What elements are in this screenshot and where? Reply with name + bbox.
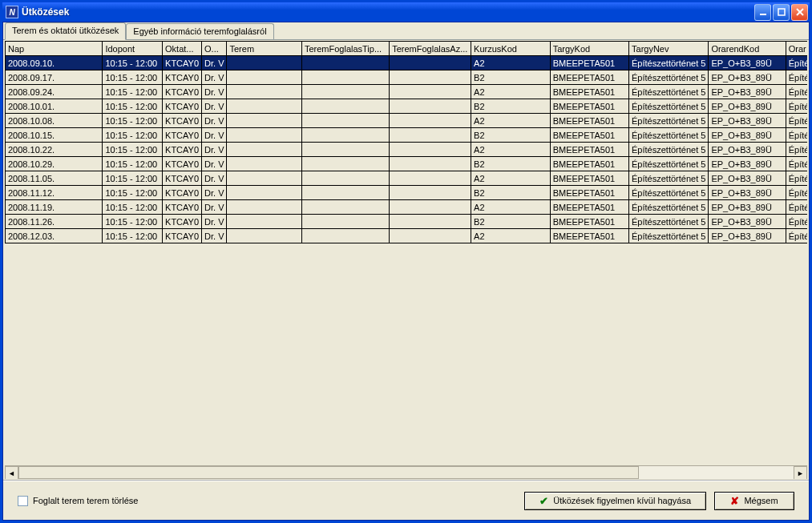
cell-ido[interactable]: 10:15 - 12:00 xyxy=(103,99,163,114)
cell-orar[interactable]: Építé xyxy=(786,200,807,215)
cell-ora[interactable]: EP_O+B3_89Ü xyxy=(709,56,786,70)
col-kurz[interactable]: KurzusKod xyxy=(471,42,551,56)
cell-tft[interactable] xyxy=(301,85,389,99)
cell-tfa[interactable] xyxy=(390,200,471,215)
cell-okt[interactable]: KTCAY0 xyxy=(163,229,202,243)
cell-kurz[interactable]: A2 xyxy=(471,229,551,243)
cell-tft[interactable] xyxy=(301,215,389,229)
col-ora[interactable]: OrarendKod xyxy=(709,42,786,56)
cell-kurz[interactable]: B2 xyxy=(471,157,551,171)
cell-ido[interactable]: 10:15 - 12:00 xyxy=(103,143,163,157)
col-tft[interactable]: TeremFoglalasTip... xyxy=(301,42,389,56)
cell-orar[interactable]: Építé xyxy=(786,128,807,143)
cell-nap[interactable]: 2008.09.24. xyxy=(6,85,103,99)
cell-kurz[interactable]: B2 xyxy=(471,128,551,143)
cell-ora[interactable]: EP_O+B3_89Ü xyxy=(709,171,786,186)
cell-tfa[interactable] xyxy=(390,171,471,186)
cell-tfa[interactable] xyxy=(390,114,471,128)
cell-tft[interactable] xyxy=(301,56,389,70)
cell-terem[interactable] xyxy=(227,171,301,186)
cell-tfa[interactable] xyxy=(390,85,471,99)
cell-orar[interactable]: Építé xyxy=(786,114,807,128)
cell-tfa[interactable] xyxy=(390,99,471,114)
cell-orar[interactable]: Építé xyxy=(786,56,807,70)
cell-tft[interactable] xyxy=(301,157,389,171)
cell-okt[interactable]: KTCAY0 xyxy=(163,128,202,143)
cell-kurz[interactable]: A2 xyxy=(471,143,551,157)
cell-kurz[interactable]: A2 xyxy=(471,56,551,70)
cell-targ[interactable]: BMEEPETA501 xyxy=(550,157,628,171)
titlebar[interactable]: N Ütközések xyxy=(2,2,810,22)
horizontal-scrollbar[interactable]: ◄ ► xyxy=(5,465,807,479)
cell-ido[interactable]: 10:15 - 12:00 xyxy=(103,229,163,243)
cell-ido[interactable]: 10:15 - 12:00 xyxy=(103,85,163,99)
cell-okt[interactable]: KTCAY0 xyxy=(163,186,202,200)
cell-orar[interactable]: Építé xyxy=(786,157,807,171)
checkbox-delete-occupied-room[interactable] xyxy=(18,496,28,506)
cell-okt[interactable]: KTCAY0 xyxy=(163,157,202,171)
cell-o[interactable]: Dr. V xyxy=(202,157,227,171)
cell-o[interactable]: Dr. V xyxy=(202,200,227,215)
col-nap[interactable]: Nap xyxy=(6,42,103,56)
cell-targ[interactable]: BMEEPETA501 xyxy=(550,186,628,200)
cell-nap[interactable]: 2008.10.29. xyxy=(6,157,103,171)
cell-terem[interactable] xyxy=(227,128,301,143)
cell-kurz[interactable]: B2 xyxy=(471,70,551,85)
cell-targ[interactable]: BMEEPETA501 xyxy=(550,56,628,70)
col-tfa[interactable]: TeremFoglalasAz... xyxy=(390,42,471,56)
col-ido[interactable]: Idopont xyxy=(103,42,163,56)
scroll-track[interactable] xyxy=(18,466,794,479)
cell-orar[interactable]: Építé xyxy=(786,85,807,99)
cell-targ[interactable]: BMEEPETA501 xyxy=(550,215,628,229)
cell-o[interactable]: Dr. V xyxy=(202,128,227,143)
cell-ido[interactable]: 10:15 - 12:00 xyxy=(103,171,163,186)
cell-nap[interactable]: 2008.09.10. xyxy=(6,56,103,70)
cell-okt[interactable]: KTCAY0 xyxy=(163,56,202,70)
col-orar[interactable]: Orar xyxy=(786,42,807,56)
cell-nap[interactable]: 2008.11.05. xyxy=(6,171,103,186)
cell-tft[interactable] xyxy=(301,186,389,200)
cell-tfa[interactable] xyxy=(390,186,471,200)
cell-tfa[interactable] xyxy=(390,70,471,85)
cell-tnev[interactable]: Építészettörténet 5 xyxy=(629,186,709,200)
cell-terem[interactable] xyxy=(227,215,301,229)
cell-ora[interactable]: EP_O+B3_89Ü xyxy=(709,186,786,200)
cell-o[interactable]: Dr. V xyxy=(202,56,227,70)
grid-header-row[interactable]: Nap Idopont Oktat... O... Terem TeremFog… xyxy=(6,42,808,56)
cell-tnev[interactable]: Építészettörténet 5 xyxy=(629,171,709,186)
cell-targ[interactable]: BMEEPETA501 xyxy=(550,85,628,99)
cell-nap[interactable]: 2008.10.08. xyxy=(6,114,103,128)
table-row[interactable]: 2008.12.03.10:15 - 12:00KTCAY0Dr. VA2BME… xyxy=(6,229,808,243)
cell-tnev[interactable]: Építészettörténet 5 xyxy=(629,85,709,99)
cell-targ[interactable]: BMEEPETA501 xyxy=(550,229,628,243)
cell-tfa[interactable] xyxy=(390,157,471,171)
cell-o[interactable]: Dr. V xyxy=(202,186,227,200)
cell-nap[interactable]: 2008.09.17. xyxy=(6,70,103,85)
cell-ora[interactable]: EP_O+B3_89Ü xyxy=(709,229,786,243)
cell-tft[interactable] xyxy=(301,128,389,143)
cell-tfa[interactable] xyxy=(390,229,471,243)
cell-terem[interactable] xyxy=(227,85,301,99)
cell-ora[interactable]: EP_O+B3_89Ü xyxy=(709,215,786,229)
cell-kurz[interactable]: B2 xyxy=(471,99,551,114)
cell-okt[interactable]: KTCAY0 xyxy=(163,200,202,215)
cell-o[interactable]: Dr. V xyxy=(202,143,227,157)
table-row[interactable]: 2008.11.05.10:15 - 12:00KTCAY0Dr. VA2BME… xyxy=(6,171,808,186)
cell-tft[interactable] xyxy=(301,114,389,128)
cell-ora[interactable]: EP_O+B3_89Ü xyxy=(709,200,786,215)
cell-kurz[interactable]: B2 xyxy=(471,186,551,200)
cell-terem[interactable] xyxy=(227,56,301,70)
cell-tfa[interactable] xyxy=(390,128,471,143)
table-row[interactable]: 2008.10.08.10:15 - 12:00KTCAY0Dr. VA2BME… xyxy=(6,114,808,128)
cell-kurz[interactable]: B2 xyxy=(471,215,551,229)
cell-nap[interactable]: 2008.10.01. xyxy=(6,99,103,114)
cell-terem[interactable] xyxy=(227,70,301,85)
cell-tfa[interactable] xyxy=(390,143,471,157)
cell-kurz[interactable]: A2 xyxy=(471,114,551,128)
cell-terem[interactable] xyxy=(227,114,301,128)
cell-okt[interactable]: KTCAY0 xyxy=(163,171,202,186)
cell-orar[interactable]: Építé xyxy=(786,70,807,85)
cancel-button[interactable]: ✘ Mégsem xyxy=(714,492,794,510)
cell-okt[interactable]: KTCAY0 xyxy=(163,215,202,229)
cell-tft[interactable] xyxy=(301,99,389,114)
